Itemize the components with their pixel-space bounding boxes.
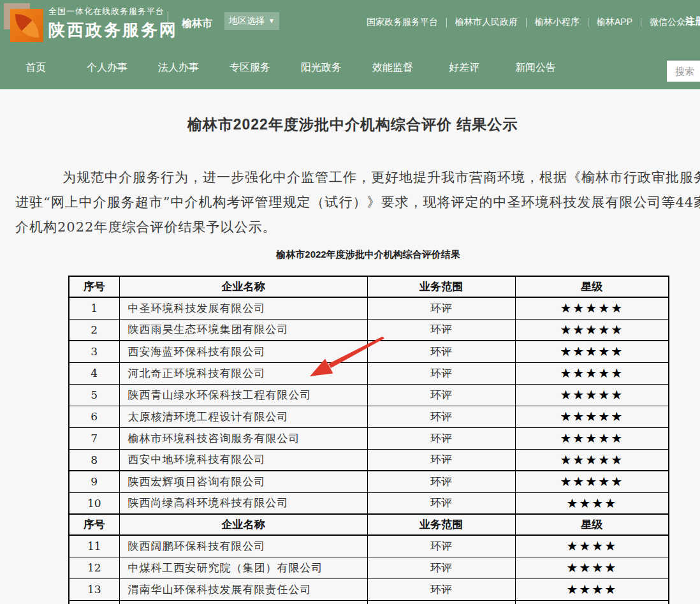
- star-rating: ★★★★★: [515, 297, 669, 319]
- star-rating: ★★★★★: [515, 449, 669, 471]
- cell-name: 陕西阔鹏环保科技有限公司: [119, 535, 367, 557]
- cell-no: 9: [69, 471, 119, 492]
- column-header: 序号: [69, 276, 119, 297]
- search-input[interactable]: [667, 61, 700, 82]
- nav-item[interactable]: 专区服务: [214, 61, 286, 75]
- header-link[interactable]: 国家政务服务平台: [367, 17, 438, 28]
- paragraph-line: 进驻“网上中介服务超市”中介机构考评管理规定（试行）》要求，现将评定的中圣环境科…: [15, 195, 700, 210]
- table-row: 2陕西雨昊生态环境集团有限公司环评★★★★★: [69, 319, 669, 341]
- cell-scope: 环评: [367, 557, 515, 578]
- table-row: 6太原核清环境工程设计有限公司环评★★★★★: [69, 406, 669, 427]
- cell-no: 1: [69, 297, 119, 319]
- page-title: 榆林市2022年度涉批中介机构综合评价 结果公示: [0, 115, 700, 135]
- empty-cell: [119, 600, 367, 604]
- cell-scope: 环评: [367, 471, 515, 492]
- nav-item[interactable]: 效能监督: [357, 61, 428, 75]
- nav-item[interactable]: 好差评: [428, 61, 500, 75]
- empty-cell: [69, 600, 119, 604]
- region-selector-button[interactable]: 地区选择 ▼: [224, 12, 279, 30]
- column-header: 企业名称: [119, 276, 367, 297]
- site-name: 陕西政务服务网: [48, 19, 178, 41]
- nav-item[interactable]: 新闻公告: [500, 61, 571, 75]
- top-header-bar: 全国一体化在线政务服务平台 陕西政务服务网 榆林市 地区选择 ▼ 国家政务服务平…: [0, 0, 700, 46]
- star-rating: ★★★★★: [515, 319, 669, 341]
- cell-no: 11: [69, 535, 119, 557]
- star-rating: ★★★★★: [515, 406, 669, 427]
- star-rating: ★★★★: [515, 535, 669, 557]
- cell-no: 3: [69, 341, 119, 362]
- site-logo-icon: [4, 3, 42, 43]
- star-rating: ★★★★★: [515, 384, 669, 406]
- results-table-wrap: 序号企业名称业务范围星级1中圣环境科技发展有限公司环评★★★★★2陕西雨昊生态环…: [68, 276, 669, 604]
- cell-no: 7: [69, 427, 119, 449]
- empty-cell: [515, 600, 669, 604]
- cell-scope: 环评: [367, 406, 515, 427]
- cell-no: 13: [69, 578, 119, 600]
- cell-name: 西安海蓝环保科技有限公司: [119, 341, 367, 362]
- table-row: 10陕西尚绿高科环境科技有限公司环评★★★★: [69, 492, 669, 514]
- brand-block: 全国一体化在线政务服务平台 陕西政务服务网: [48, 6, 178, 41]
- region-selector-label: 地区选择: [229, 15, 265, 27]
- nav-menu: 首页个人办事法人办事专区服务阳光政务效能监督好差评新闻公告: [0, 46, 700, 89]
- cell-no: 10: [69, 492, 119, 514]
- paragraph-line: 为规范中介服务行为，进一步强化中介监管工作，更好地提升我市营商环境，根据《榆林市…: [15, 170, 700, 185]
- column-header: 序号: [69, 514, 119, 535]
- star-rating: ★★★★★: [515, 362, 669, 384]
- table-row: 1中圣环境科技发展有限公司环评★★★★★: [69, 297, 669, 319]
- header-link[interactable]: 榆林市人民政府: [455, 17, 518, 28]
- cell-no: 4: [69, 362, 119, 384]
- cell-scope: 环评: [367, 384, 515, 406]
- cell-no: 12: [69, 557, 119, 578]
- cell-scope: 环评: [367, 578, 515, 600]
- table-row: 4河北奇正环境科技有限公司环评★★★★★: [69, 362, 669, 384]
- table-row: 12中煤科工西安研究院（集团）有限公司环评★★★★: [69, 557, 669, 578]
- table-row: 8西安中地环境科技有限公司环评★★★★★: [69, 449, 669, 471]
- table-row: 7榆林市环境科技咨询服务有限公司环评★★★★★: [69, 427, 669, 449]
- cell-no: 6: [69, 406, 119, 427]
- main-navigation-bar: 首页个人办事法人办事专区服务阳光政务效能监督好差评新闻公告: [0, 46, 700, 89]
- star-rating: ★★★★: [515, 578, 669, 600]
- nav-item[interactable]: 首页: [0, 61, 71, 75]
- cell-scope: 环评: [367, 427, 515, 449]
- header-link[interactable]: 榆林APP: [597, 17, 632, 28]
- header-links: 国家政务服务平台榆林市人民政府榆林小程序榆林APP微信公众号: [367, 17, 694, 28]
- cell-no: 8: [69, 449, 119, 471]
- table-row: 11陕西阔鹏环保科技有限公司环评★★★★: [69, 535, 669, 557]
- register-link[interactable]: 注册: [685, 15, 700, 27]
- cell-scope: 环评: [367, 449, 515, 471]
- table-row: 9陕西宏辉项目咨询有限公司环评★★★★★: [69, 471, 669, 492]
- column-header: 企业名称: [119, 514, 367, 535]
- column-header: 星级: [515, 514, 669, 535]
- star-rating: ★★★★★: [515, 341, 669, 362]
- star-rating: ★★★★: [515, 492, 669, 514]
- cell-scope: 环评: [367, 341, 515, 362]
- platform-tagline: 全国一体化在线政务服务平台: [48, 6, 178, 17]
- cell-no: 2: [69, 319, 119, 341]
- star-rating: ★★★★★: [515, 471, 669, 492]
- link-separator: [526, 18, 527, 27]
- cell-scope: 环评: [367, 492, 515, 514]
- link-separator: [588, 18, 588, 27]
- nav-item[interactable]: 法人办事: [143, 61, 214, 75]
- cell-name: 榆林市环境科技咨询服务有限公司: [119, 427, 367, 449]
- star-rating: ★★★★★: [515, 427, 669, 449]
- cell-scope: 环评: [367, 362, 515, 384]
- cell-name: 陕西宏辉项目咨询有限公司: [119, 471, 367, 492]
- nav-item[interactable]: 阳光政务: [286, 61, 357, 75]
- chevron-down-icon: ▼: [268, 18, 275, 24]
- logo-orange-square: [10, 9, 43, 42]
- empty-cell: [367, 600, 515, 604]
- table-row: 5陕西青山绿水环保科技工程有限公司环评★★★★★: [69, 384, 669, 406]
- brand-divider: [168, 11, 168, 37]
- cell-scope: 环评: [367, 319, 515, 341]
- current-city-label: 榆林市: [182, 17, 212, 31]
- link-separator: [446, 18, 447, 27]
- cell-name: 陕西青山绿水环保科技工程有限公司: [119, 384, 367, 406]
- column-header: 星级: [515, 276, 669, 297]
- table-header-row: 序号企业名称业务范围星级: [69, 514, 669, 535]
- cell-scope: 环评: [367, 297, 515, 319]
- nav-item[interactable]: 个人办事: [71, 61, 143, 75]
- paragraph-line: 介机构2022年度综合评价结果予以公示。: [15, 219, 700, 235]
- header-link[interactable]: 榆林小程序: [535, 17, 580, 28]
- cell-name: 中煤科工西安研究院（集团）有限公司: [119, 557, 367, 578]
